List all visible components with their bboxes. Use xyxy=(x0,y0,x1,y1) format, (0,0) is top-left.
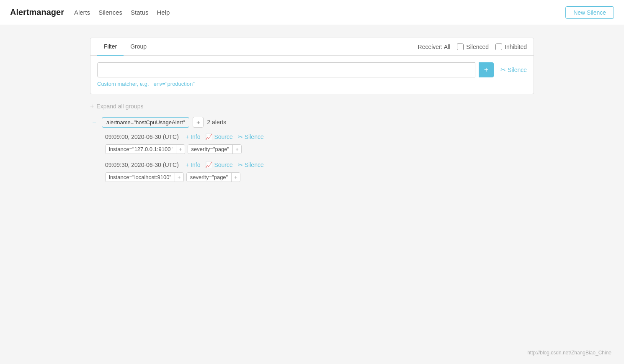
alert-tags-1: instance="127.0.0.1:9100" + severity="pa… xyxy=(105,144,534,154)
silence-label-2: Silence xyxy=(245,161,264,168)
main-content: Filter Group Receiver: All Silenced Inhi… xyxy=(82,38,542,182)
nav-alerts[interactable]: Alerts xyxy=(74,9,90,16)
source-button-2[interactable]: 📈 Source xyxy=(204,161,234,169)
group-alerts-count: 2 alerts xyxy=(207,119,226,126)
helper-text: Custom matcher, e.g. env="production" xyxy=(97,81,527,87)
expand-groups[interactable]: + Expand all groups xyxy=(90,103,534,110)
silence-icon-2: ✂ xyxy=(238,161,243,168)
brand: Alertmanager xyxy=(10,8,64,17)
navbar: Alertmanager Alerts Silences Status Help… xyxy=(0,0,624,25)
tag-plus-2-0[interactable]: + xyxy=(175,173,183,182)
filter-card: Filter Group Receiver: All Silenced Inhi… xyxy=(90,38,534,94)
tab-group[interactable]: Group xyxy=(124,38,153,56)
filter-row: + ✂ Silence xyxy=(97,62,527,77)
info-button-1[interactable]: + Info xyxy=(184,133,202,141)
alert-item-2: 09:09:30, 2020-06-30 (UTC) + Info 📈 Sour… xyxy=(105,161,534,182)
silence-icon: ✂ xyxy=(500,66,506,74)
alert-meta-2: 09:09:30, 2020-06-30 (UTC) + Info 📈 Sour… xyxy=(105,161,534,169)
tabs-right: Receiver: All Silenced Inhibited xyxy=(418,44,527,50)
tag-plus-1-0[interactable]: + xyxy=(176,145,185,154)
navbar-left: Alertmanager Alerts Silences Status Help xyxy=(10,8,170,17)
tag-1-1: severity="page" + xyxy=(188,144,242,154)
tag-2-1: severity="page" + xyxy=(186,172,240,182)
alert-timestamp-2: 09:09:30, 2020-06-30 (UTC) xyxy=(105,161,179,168)
expand-icon: + xyxy=(90,103,94,110)
silence-link-label: Silence xyxy=(508,67,527,73)
alert-item-1: 09:09:00, 2020-06-30 (UTC) + Info 📈 Sour… xyxy=(105,133,534,154)
helper-example: env="production" xyxy=(153,81,195,87)
new-silence-button[interactable]: New Silence xyxy=(565,6,614,19)
group-header: − alertname="hostCpuUsageAlert" + 2 aler… xyxy=(90,117,534,128)
nav-silences[interactable]: Silences xyxy=(98,9,122,16)
plus-icon-2: + xyxy=(186,161,189,168)
tag-text-2-0: instance="localhost:9100" xyxy=(106,173,175,182)
info-label-2: Info xyxy=(191,161,200,168)
tag-2-0: instance="localhost:9100" + xyxy=(105,172,184,182)
card-tabs: Filter Group Receiver: All Silenced Inhi… xyxy=(90,38,534,56)
tag-text-1-1: severity="page" xyxy=(188,145,233,154)
tag-text-2-1: severity="page" xyxy=(187,173,232,182)
source-icon-1: 📈 xyxy=(205,133,212,140)
source-label-2: Source xyxy=(214,161,232,168)
group-collapse-button[interactable]: − xyxy=(90,118,98,126)
tag-plus-2-1[interactable]: + xyxy=(231,173,240,182)
tag-plus-1-1[interactable]: + xyxy=(232,145,241,154)
tag-text-1-0: instance="127.0.0.1:9100" xyxy=(106,145,176,154)
helper-static: Custom matcher, e.g. xyxy=(97,81,149,87)
silence-button-2[interactable]: ✂ Silence xyxy=(236,161,266,169)
silence-link-button[interactable]: ✂ Silence xyxy=(500,66,527,74)
inhibited-label: Inhibited xyxy=(505,44,527,50)
alert-tags-2: instance="localhost:9100" + severity="pa… xyxy=(105,172,534,182)
tag-1-0: instance="127.0.0.1:9100" + xyxy=(105,144,185,154)
alert-timestamp-1: 09:09:00, 2020-06-30 (UTC) xyxy=(105,133,179,140)
alert-group: − alertname="hostCpuUsageAlert" + 2 aler… xyxy=(90,117,534,182)
filter-body: + ✂ Silence Custom matcher, e.g. env="pr… xyxy=(90,56,534,94)
inhibited-checkbox[interactable] xyxy=(495,44,502,50)
inhibited-checkbox-label[interactable]: Inhibited xyxy=(495,44,527,50)
add-filter-button[interactable]: + xyxy=(479,62,494,77)
tab-filter[interactable]: Filter xyxy=(97,38,124,56)
filter-input[interactable] xyxy=(97,62,475,77)
receiver-label: Receiver: All xyxy=(418,44,451,50)
alert-meta-1: 09:09:00, 2020-06-30 (UTC) + Info 📈 Sour… xyxy=(105,133,534,141)
tabs-left: Filter Group xyxy=(97,38,153,55)
silenced-label: Silenced xyxy=(466,44,489,50)
nav-links: Alerts Silences Status Help xyxy=(74,9,170,16)
silenced-checkbox[interactable] xyxy=(457,44,464,50)
source-button-1[interactable]: 📈 Source xyxy=(204,133,234,141)
group-label: alertname="hostCpuUsageAlert" xyxy=(102,117,189,128)
silence-label-1: Silence xyxy=(245,133,264,140)
nav-status[interactable]: Status xyxy=(131,9,149,16)
silence-icon-1: ✂ xyxy=(238,133,243,140)
plus-icon-1: + xyxy=(186,133,189,140)
silence-button-1[interactable]: ✂ Silence xyxy=(236,133,266,141)
source-label-1: Source xyxy=(214,133,232,140)
source-icon-2: 📈 xyxy=(205,161,212,168)
info-button-2[interactable]: + Info xyxy=(184,161,202,169)
expand-groups-label: Expand all groups xyxy=(96,103,143,110)
info-label-1: Info xyxy=(191,133,200,140)
group-add-button[interactable]: + xyxy=(193,117,204,128)
nav-help[interactable]: Help xyxy=(157,9,170,16)
silenced-checkbox-label[interactable]: Silenced xyxy=(457,44,489,50)
